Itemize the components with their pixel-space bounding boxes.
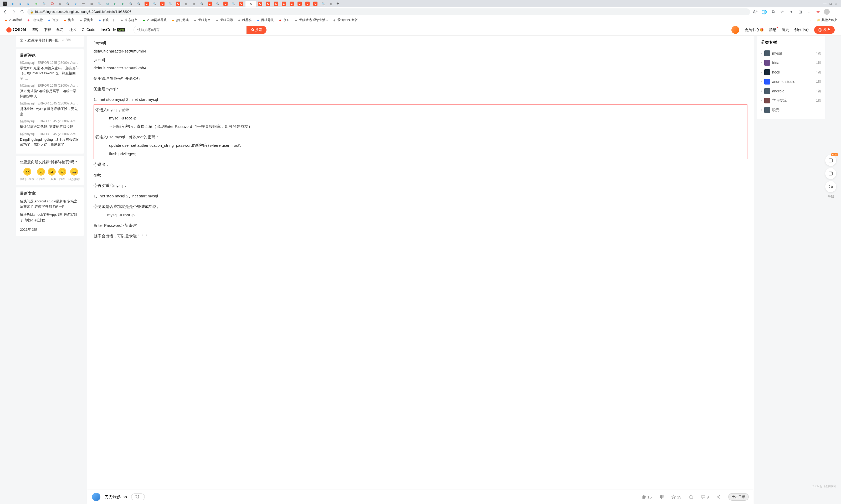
bookmark-item[interactable]: ◆淘宝 xyxy=(61,17,76,23)
nav-history[interactable]: 历史 xyxy=(782,28,789,32)
nav-item[interactable]: 下载 xyxy=(44,28,51,32)
translate-icon[interactable]: 🌐 xyxy=(761,9,768,15)
bookmark-item[interactable]: ◆百度一下 xyxy=(96,17,117,23)
publish-button[interactable]: 发布 xyxy=(814,26,835,34)
tab-active[interactable]: ✕ xyxy=(245,1,256,6)
nav-item[interactable]: 学习 xyxy=(56,28,64,32)
tab[interactable]: 🔍 xyxy=(230,1,237,6)
tab[interactable]: ⭕ xyxy=(48,1,56,6)
comment-item[interactable]: 解决mysql：ERROR 1045 (28000): Acc...请让我滚去写… xyxy=(20,119,80,129)
year-archive[interactable]: 2021年 3篇 xyxy=(20,227,80,232)
bookmark-item[interactable]: ◆天猫国际 xyxy=(213,17,235,23)
prev-article-link[interactable]: 常卡,连敲字母都卡的一匹 xyxy=(20,38,58,42)
comment-item[interactable]: 解决mysql：ERROR 1045 (28000): Acc...是休比哟: … xyxy=(20,101,80,116)
star-button[interactable]: 39 xyxy=(671,494,682,499)
ai-button[interactable]: Beta xyxy=(825,155,836,166)
tab[interactable]: 🔍 xyxy=(40,1,48,6)
tab[interactable]: C xyxy=(264,1,272,6)
comment-item[interactable]: 解决mysql：ERROR 1045 (28000): Acc...零散XX: … xyxy=(20,61,80,81)
emoji-rating[interactable]: 😐一般般 xyxy=(48,168,56,181)
tab[interactable]: C xyxy=(238,1,245,6)
tab[interactable]: {} xyxy=(190,1,198,6)
emoji-rating[interactable]: 😠强烈不推荐 xyxy=(20,168,34,181)
category-item[interactable]: mysql1篇 xyxy=(761,49,821,58)
tab[interactable]: 🗓 xyxy=(9,1,16,6)
bookmark-item[interactable]: ◆天猫精选-理想生活... xyxy=(292,17,329,23)
bookmark-item[interactable]: ◆3折疯抢 xyxy=(25,17,45,23)
bookmark-item[interactable]: ◆京东 xyxy=(276,17,291,23)
tab[interactable]: 🔍 xyxy=(320,1,327,6)
tab[interactable]: C xyxy=(312,1,319,6)
emoji-rating[interactable]: 😄强烈推荐 xyxy=(68,168,80,181)
favorite-icon[interactable]: ☆ xyxy=(779,9,785,15)
bookmark-item[interactable]: ◆唯品会 xyxy=(236,17,253,23)
category-item[interactable]: frida1篇 xyxy=(761,58,821,68)
user-avatar[interactable] xyxy=(732,26,739,34)
comment-button[interactable]: 9 xyxy=(701,494,709,499)
nav-msg[interactable]: 消息 xyxy=(769,28,776,32)
tab[interactable]: ⚙ xyxy=(56,1,64,6)
bookmark-item[interactable]: ◆2345导航 xyxy=(2,17,24,23)
nav-inscode[interactable]: InsCodeGPU xyxy=(100,28,125,32)
tab[interactable]: 🔍 xyxy=(135,1,142,6)
tab[interactable]: C xyxy=(257,1,264,6)
search-button[interactable]: 搜索 xyxy=(246,26,267,34)
tab[interactable]: 🗓 xyxy=(25,1,32,6)
nav-item[interactable]: 博客 xyxy=(31,28,39,32)
tab[interactable]: C xyxy=(304,1,311,6)
category-item[interactable]: hook1篇 xyxy=(761,68,821,77)
tab[interactable]: {} xyxy=(327,1,335,6)
menu-icon[interactable]: ⋯ xyxy=(833,9,839,15)
tab[interactable]: C xyxy=(280,1,288,6)
comment-item[interactable]: 解决mysql：ERROR 1045 (28000): Acc...算力鬼才信:… xyxy=(20,84,80,99)
tab[interactable]: C xyxy=(296,1,303,6)
tab[interactable]: 🗓 xyxy=(17,1,24,6)
nav-item[interactable]: GitCode xyxy=(82,28,95,32)
author-avatar[interactable] xyxy=(92,493,100,501)
emoji-rating[interactable]: 🙂推荐 xyxy=(58,168,66,181)
emoji-rating[interactable]: 😕不推荐 xyxy=(36,168,45,181)
minimize-button[interactable]: — xyxy=(823,2,826,5)
tab[interactable]: C xyxy=(206,1,213,6)
bookmark-item[interactable]: ◆热门游戏 xyxy=(169,17,190,23)
category-item[interactable]: 脱壳 xyxy=(761,105,821,115)
heart-icon[interactable]: ❤ xyxy=(815,9,821,15)
bookmark-item[interactable]: ◆天猫超市 xyxy=(191,17,212,23)
close-button[interactable]: ✕ xyxy=(835,2,837,5)
report-button[interactable]: 举报 xyxy=(825,194,836,199)
comment-item[interactable]: 解决mysql：ERROR 1045 (28000): Acc...Dingdi… xyxy=(20,132,80,147)
tab[interactable]: ▤ xyxy=(88,1,95,6)
tab[interactable]: ◐ xyxy=(111,1,119,6)
like-button[interactable]: 15 xyxy=(641,494,652,499)
downloads-icon[interactable]: ↓ xyxy=(806,9,812,15)
tab[interactable]: C xyxy=(288,1,295,6)
nav-vip[interactable]: 会员中心🎁 xyxy=(744,28,764,32)
tab[interactable]: ◐ xyxy=(119,1,127,6)
category-item[interactable]: android studio1篇 xyxy=(761,77,821,86)
back-button[interactable] xyxy=(2,9,8,15)
tab[interactable]: 🔍 xyxy=(167,1,174,6)
article-link[interactable]: 解决问题,android studio最新版,安装之后非常卡,连敲字母都卡的一匹 xyxy=(20,199,80,210)
reload-button[interactable] xyxy=(19,9,25,15)
profile-icon[interactable] xyxy=(824,9,830,15)
tab[interactable]: 🔍 xyxy=(214,1,221,6)
tab[interactable]: 🐋 xyxy=(104,1,111,6)
bookmark-item[interactable]: ◆2345网址导航 xyxy=(140,17,168,23)
bookmark-item[interactable]: ◆爱淘宝PC新版 xyxy=(331,17,359,23)
tab[interactable]: C xyxy=(222,1,229,6)
follow-button[interactable]: 关注 xyxy=(131,493,145,500)
tab[interactable]: 🔍 xyxy=(127,1,135,6)
bookmark-item[interactable]: ◆京东超市 xyxy=(118,17,139,23)
tab[interactable]: C xyxy=(272,1,280,6)
share-button[interactable] xyxy=(716,494,721,499)
tab[interactable]: V xyxy=(72,1,79,6)
tab[interactable]: 🔍 xyxy=(96,1,103,6)
tab[interactable]: ⚛ xyxy=(33,1,40,6)
bookmark-item[interactable]: ◆百度 xyxy=(46,17,60,23)
tab[interactable]: 🔍 xyxy=(151,1,158,6)
maximize-button[interactable]: □ xyxy=(830,2,831,5)
tab[interactable]: C xyxy=(143,1,150,6)
reader-icon[interactable]: ⧉ xyxy=(770,9,776,15)
extension-icon[interactable]: ✦ xyxy=(788,9,794,15)
search-input[interactable] xyxy=(134,26,246,34)
